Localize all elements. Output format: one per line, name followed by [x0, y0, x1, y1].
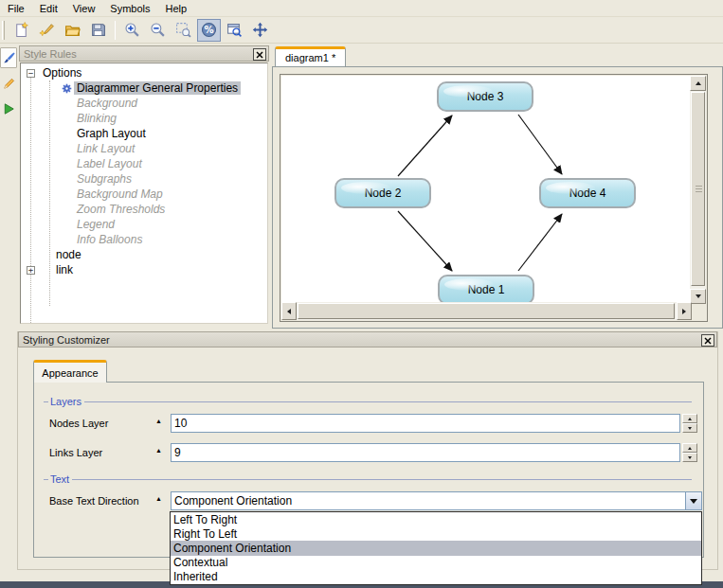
- open-button[interactable]: [61, 19, 84, 42]
- tree-item-node[interactable]: node: [21, 247, 84, 262]
- tree-label: Zoom Thresholds: [74, 203, 168, 216]
- style-rules-panel: Style Rules − Options: [19, 45, 269, 325]
- spin-up-button[interactable]: [682, 414, 697, 423]
- style-brush-icon: [2, 50, 16, 65]
- toolbar-grip[interactable]: [2, 21, 5, 40]
- tab-diagram1[interactable]: diagram1 *: [275, 46, 346, 66]
- edge-node3-node4[interactable]: [518, 115, 562, 174]
- styling-customizer-titlebar[interactable]: Styling Customizer: [18, 331, 717, 347]
- tree-item-legend[interactable]: Legend: [21, 217, 117, 232]
- menu-view[interactable]: View: [65, 1, 103, 16]
- base-text-direction-dropdown-list: Left To Right Right To Left Component Or…: [170, 511, 702, 585]
- scroll-left-button[interactable]: [281, 302, 297, 320]
- collapse-icon[interactable]: −: [27, 69, 35, 78]
- nodes-layer-input[interactable]: [171, 414, 680, 433]
- pan-icon: [252, 22, 268, 38]
- tree-item-diagrammer-general-properties[interactable]: Diagrammer General Properties: [21, 80, 241, 96]
- style-rules-close-button[interactable]: [253, 48, 266, 61]
- tree-label: Blinking: [74, 112, 119, 125]
- horizontal-scroll-thumb[interactable]: [298, 303, 675, 319]
- zoom-out-button[interactable]: [146, 19, 170, 42]
- nodes-layer-row: Nodes Layer ▲: [34, 414, 703, 433]
- base-text-direction-combobox[interactable]: Component Orientation: [171, 491, 702, 510]
- pan-button[interactable]: [248, 19, 272, 42]
- scroll-down-button[interactable]: [690, 289, 706, 304]
- dropdown-option-left-to-right[interactable]: Left To Right: [171, 512, 701, 526]
- group-label: Text: [50, 473, 72, 485]
- tree-item-label-layout[interactable]: Label Layout: [21, 156, 145, 171]
- node-label: Node 1: [468, 283, 505, 296]
- links-layer-label: Links Layer: [49, 447, 102, 458]
- menu-symbols[interactable]: Symbols: [102, 1, 157, 16]
- changed-marker-icon: ▲: [155, 447, 162, 454]
- scroll-right-button[interactable]: [677, 302, 692, 320]
- combobox-dropdown-button[interactable]: [685, 492, 701, 509]
- diagram-canvas[interactable]: Node 3 Node 2 Node 4 Node 1: [281, 76, 692, 304]
- styling-customizer-title: Styling Customizer: [19, 334, 110, 346]
- diagram-node-2[interactable]: Node 2: [334, 178, 431, 208]
- edit-pencil-button[interactable]: [0, 73, 17, 94]
- open-folder-icon: [64, 22, 81, 38]
- diagram-node-4[interactable]: Node 4: [539, 178, 636, 208]
- links-layer-input[interactable]: [171, 443, 680, 462]
- nodes-layer-label: Nodes Layer: [49, 418, 108, 429]
- styling-customizer-close-button[interactable]: [701, 334, 714, 347]
- zoom-to-area-button[interactable]: [172, 19, 195, 42]
- tree-label: Diagrammer General Properties: [74, 81, 241, 95]
- expand-icon[interactable]: +: [27, 266, 35, 275]
- vertical-scroll-thumb[interactable]: [691, 92, 705, 286]
- dropdown-option-right-to-left[interactable]: Right To Left: [171, 526, 701, 541]
- edge-node2-node1[interactable]: [398, 211, 452, 271]
- zoom-in-button[interactable]: [120, 19, 144, 42]
- overview-window-button[interactable]: [223, 19, 246, 42]
- diagram-node-1[interactable]: Node 1: [438, 275, 534, 304]
- diagram-canvas-frame: Node 3 Node 2 Node 4 Node 1: [280, 74, 708, 322]
- style-wizard-icon: [39, 22, 55, 38]
- new-document-button[interactable]: [9, 19, 33, 42]
- tree-item-link[interactable]: + link: [21, 262, 76, 277]
- spin-down-button[interactable]: [682, 423, 697, 433]
- tree-item-zoom-thresholds[interactable]: Zoom Thresholds: [21, 202, 168, 217]
- scroll-up-button[interactable]: [690, 76, 706, 91]
- diagram-node-3[interactable]: Node 3: [437, 81, 533, 112]
- tree-item-graph-layout[interactable]: Graph Layout: [21, 126, 149, 141]
- tree-item-background[interactable]: Background: [21, 96, 140, 111]
- spin-up-button[interactable]: [682, 443, 697, 453]
- dropdown-option-inherited[interactable]: Inherited: [171, 570, 701, 584]
- node-label: Node 2: [365, 187, 402, 200]
- menu-edit[interactable]: Edit: [32, 1, 65, 16]
- dropdown-option-component-orientation[interactable]: Component Orientation: [171, 541, 701, 555]
- tree-item-link-layout[interactable]: Link Layout: [21, 141, 137, 156]
- menu-file[interactable]: File: [0, 1, 32, 16]
- side-toolbar: [0, 44, 18, 329]
- spin-down-button[interactable]: [682, 453, 697, 462]
- tree-item-options[interactable]: − Options: [21, 65, 84, 80]
- run-button[interactable]: [0, 98, 17, 119]
- edge-node1-node4[interactable]: [518, 214, 562, 271]
- diagram-panel: diagram1 * Node 3 Node 2 Nod: [272, 45, 723, 329]
- dropdown-option-contextual[interactable]: Contextual: [171, 556, 701, 570]
- tree-item-subgraphs[interactable]: Subgraphs: [21, 171, 135, 187]
- style-rules-titlebar[interactable]: Style Rules: [19, 45, 269, 62]
- tree-item-info-balloons[interactable]: Info Balloons: [21, 232, 145, 247]
- zoom-percent-button[interactable]: %: [197, 19, 221, 42]
- text-group-header: Text: [44, 473, 692, 485]
- tree-item-background-map[interactable]: Background Map: [21, 187, 166, 202]
- horizontal-scrollbar[interactable]: [281, 302, 692, 320]
- vertical-scrollbar[interactable]: [690, 76, 706, 304]
- save-button[interactable]: [86, 19, 110, 42]
- menu-help[interactable]: Help: [158, 1, 195, 16]
- edge-node2-node3[interactable]: [398, 116, 452, 176]
- zoom-percent-icon: %: [201, 22, 217, 38]
- style-rules-tree[interactable]: − Options Diagram: [20, 62, 268, 324]
- style-wizard-button[interactable]: [35, 19, 59, 42]
- tab-appearance[interactable]: Appearance: [33, 360, 107, 383]
- tree-label: Graph Layout: [74, 127, 149, 140]
- tab-label: diagram1 *: [285, 52, 335, 63]
- node-label: Node 3: [467, 90, 504, 103]
- tree-item-blinking[interactable]: Blinking: [21, 111, 119, 126]
- changed-marker-icon: ▲: [155, 495, 162, 502]
- changed-marker-icon: ▲: [155, 418, 162, 424]
- links-layer-row: Links Layer ▲: [34, 443, 703, 462]
- style-brush-button[interactable]: [0, 47, 17, 68]
